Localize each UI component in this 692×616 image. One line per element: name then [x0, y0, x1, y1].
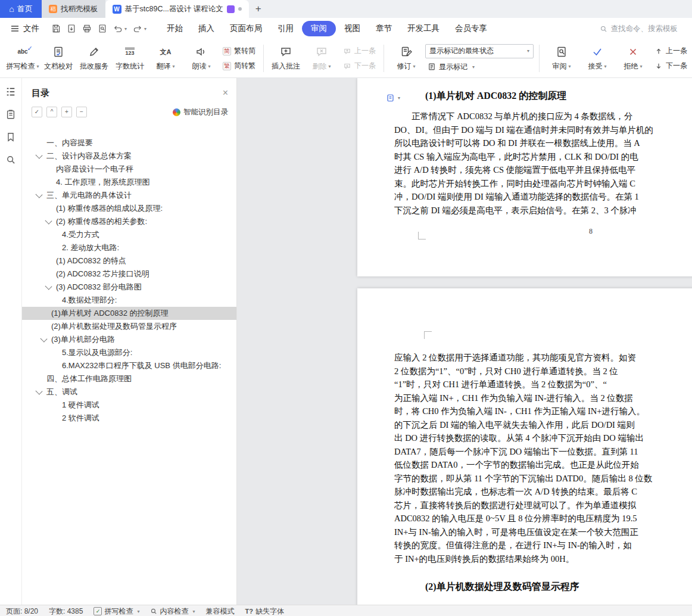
smart-recognize-button[interactable]: 智能识别目录 [173, 107, 228, 117]
toc-item[interactable]: 2. 差动放大电路: [22, 241, 236, 254]
tab-review[interactable]: 审阅 [302, 21, 336, 36]
document-tab-label: 基于stc89C...器设计 课程论文 [125, 4, 223, 14]
toc-item[interactable]: 内容是设计一个电子秤 [22, 163, 236, 176]
toc-collapse-button[interactable]: ^ [46, 107, 57, 117]
document-page-8[interactable]: ▾ (1)单片机对 ADC0832 的控制原理 正常情况下 ADC0832 与单… [357, 78, 692, 276]
save-icon[interactable] [49, 21, 63, 36]
word-count-button[interactable]: 123 字数统计 [112, 41, 148, 76]
clipboard-icon[interactable] [5, 109, 16, 120]
grading-service-button[interactable]: 批改服务 [76, 41, 112, 76]
tab-dev-tools[interactable]: 开发工具 [400, 21, 447, 36]
text-line: 为正输入端 IN+，CH1 作为负输入端 IN-进行输入。当 2 位数据 [394, 391, 692, 405]
redo-icon[interactable]: ▾ [130, 21, 149, 36]
chevron-down-icon[interactable] [40, 335, 47, 343]
toc-item[interactable]: (1) ADC0832 的特点 [22, 254, 236, 267]
missing-font-indicator[interactable]: T? 缺失字体 [245, 606, 283, 616]
toc-item[interactable]: 一、内容提要 [22, 136, 236, 150]
trad-to-simp-button[interactable]: 简 繁转简 [220, 45, 258, 57]
file-menu-button[interactable]: 文件 [6, 23, 44, 34]
chevron-down-icon[interactable] [45, 217, 52, 225]
close-icon[interactable]: × [223, 88, 228, 98]
track-changes-button[interactable]: 修订▾ [388, 41, 424, 76]
toc-item[interactable]: 四、总体工作电路原理图 [22, 372, 236, 385]
search-icon [150, 608, 157, 615]
outline-pane-icon[interactable] [5, 86, 16, 97]
toc-expand-all-button[interactable]: + [61, 107, 72, 117]
markup-group: 显示标记的最终状态 ▾ 显示标记▾ [425, 44, 534, 73]
page-quick-tool[interactable]: ▾ [386, 94, 400, 102]
markup-state-select[interactable]: 显示标记的最终状态 ▾ [425, 44, 534, 58]
insert-comment-button[interactable]: 插入批注 [268, 41, 304, 76]
text-line: 应输入 2 位数据用于选择通道功能，其功能项见官方资料。如资 [394, 351, 692, 365]
toc-item[interactable]: 1 硬件调试 [22, 399, 236, 412]
print-preview-icon[interactable] [95, 21, 110, 36]
toc-item[interactable]: (3) ADC0832 部分电路图 [22, 281, 236, 294]
toc-item[interactable]: 5.显示以及电源部分: [22, 346, 236, 359]
reject-button[interactable]: 拒绝▾ [615, 41, 651, 76]
tab-page-layout[interactable]: 页面布局 [223, 21, 269, 36]
chevron-down-icon[interactable] [35, 191, 42, 198]
toc-item[interactable]: (1) 称重传感器的组成以及原理: [22, 202, 236, 215]
toc-item[interactable]: 4. 工作原理，附系统原理图 [22, 176, 236, 189]
comment-delete-icon [316, 46, 328, 58]
tab-insert[interactable]: 插入 [191, 21, 222, 36]
toc-item[interactable]: 6.MAX232串口程序下载及 USB 供电部分电路: [22, 359, 236, 372]
export-icon[interactable] [64, 21, 79, 36]
show-markup-button[interactable]: 显示标记▾ [425, 61, 534, 73]
toc-check-button[interactable]: ✓ [32, 107, 42, 117]
accept-button[interactable]: 接受▾ [579, 41, 615, 76]
search-pane-icon[interactable] [5, 154, 16, 165]
spell-check-status[interactable]: ✓ 拼写检查▾ [93, 606, 139, 616]
home-tab[interactable]: ⌂ 首页 [0, 0, 42, 18]
prev-comment-button[interactable]: 上一条 [341, 45, 378, 57]
toc-item[interactable]: 五、调试 [22, 385, 236, 399]
undo-icon[interactable]: ▾ [111, 21, 129, 36]
toc-item[interactable]: 2 软件调试 [22, 412, 236, 425]
toc-item-label: (3) ADC0832 部分电路图 [56, 282, 142, 293]
template-tab[interactable]: 稻 找稻壳模板 [42, 0, 105, 18]
command-search-box[interactable]: 查找命令、搜索模板 [600, 24, 687, 34]
chevron-down-icon[interactable] [35, 152, 42, 159]
tab-member[interactable]: 会员专享 [448, 21, 494, 36]
tab-start[interactable]: 开始 [160, 21, 190, 36]
bookmark-icon[interactable] [5, 132, 16, 142]
page-indicator: 页面: 8/20 [6, 606, 38, 616]
compat-mode-indicator[interactable]: 兼容模式 [205, 606, 234, 616]
toc-item[interactable]: (2)单片机数据处理及数码管显示程序 [22, 320, 236, 333]
content-check-status[interactable]: 内容检查▾ [150, 606, 195, 616]
tab-section[interactable]: 章节 [369, 21, 399, 36]
tab-references[interactable]: 引用 [270, 21, 301, 36]
translate-button[interactable]: 文A 翻译▾ [148, 41, 183, 76]
chevron-down-icon[interactable] [35, 388, 42, 395]
toc-item[interactable]: 4.数据处理部分: [22, 294, 236, 307]
toc-item-label: (1)单片机对 ADC0832 的控制原理 [51, 308, 168, 319]
tab-view[interactable]: 视图 [337, 21, 367, 36]
toc-item[interactable]: (3)单片机部分电路 [22, 333, 236, 346]
document-page-9[interactable]: 应输入 2 位数据用于选择通道功能，其功能项见官方资料。如资2 位数据为“1”、… [357, 288, 692, 605]
print-icon[interactable] [80, 21, 94, 36]
doc-proofread-button[interactable]: 文档校对 [40, 41, 76, 76]
toc-item[interactable]: (2) 称重传感器的相关参数: [22, 215, 236, 228]
spell-check-button[interactable]: abc✓ 拼写检查▾ [5, 41, 40, 76]
doc-heading: (1)单片机对 ADC0832 的控制原理 [425, 90, 692, 102]
simp-to-trad-button[interactable]: 繁 简转繁 [220, 60, 258, 72]
toc-item[interactable]: 4.受力方式 [22, 228, 236, 241]
chevron-down-icon[interactable] [45, 283, 52, 290]
next-change-button[interactable]: 下一条 [652, 60, 690, 72]
new-tab-button[interactable]: + [249, 0, 268, 18]
document-canvas[interactable]: ▾ (1)单片机对 ADC0832 的控制原理 正常情况下 ADC0832 与单… [237, 78, 692, 605]
toc-item[interactable]: (2) ADC0832 芯片接口说明 [22, 267, 236, 281]
toc-collapse-all-button[interactable]: − [76, 107, 87, 117]
toc-item[interactable]: 二、设计内容及总体方案 [22, 150, 236, 163]
document-tab[interactable]: W 基于stc89C...器设计 课程论文 [105, 0, 249, 18]
ribbon-divider [263, 45, 264, 72]
prev-change-button[interactable]: 上一条 [652, 45, 690, 57]
read-aloud-button[interactable]: 朗读▾ [183, 41, 219, 76]
review-button[interactable]: 审阅▾ [544, 41, 579, 76]
speaker-icon [195, 46, 207, 58]
toc-item[interactable]: 三、单元电路的具体设计 [22, 189, 236, 202]
next-comment-button[interactable]: 下一条 [341, 60, 378, 72]
purple-plugin-icon[interactable] [227, 5, 235, 13]
toc-item[interactable]: (1)单片机对 ADC0832 的控制原理 [22, 307, 236, 320]
delete-comment-button[interactable]: 删除▾ [304, 41, 339, 76]
